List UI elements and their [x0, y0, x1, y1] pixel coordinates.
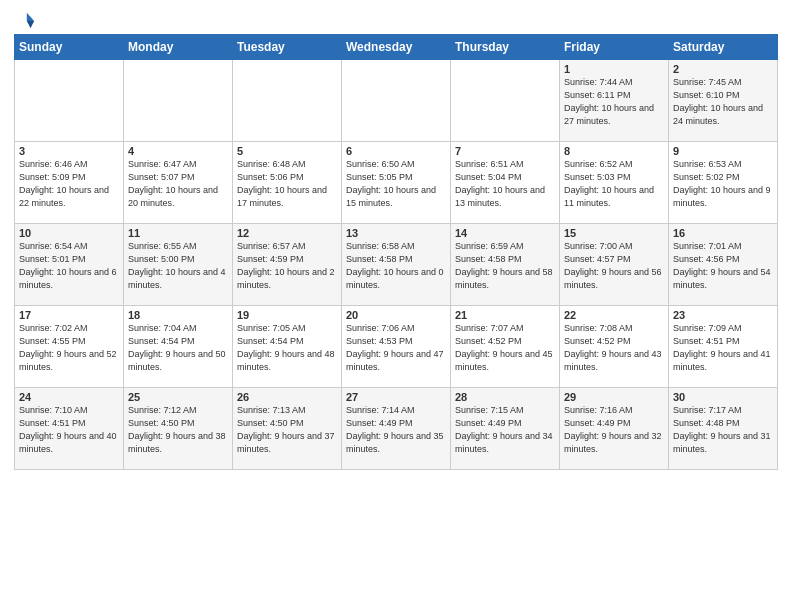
day-number: 16 — [673, 227, 773, 239]
week-row-1: 1Sunrise: 7:44 AM Sunset: 6:11 PM Daylig… — [15, 60, 778, 142]
day-number: 27 — [346, 391, 446, 403]
day-info: Sunrise: 7:08 AM Sunset: 4:52 PM Dayligh… — [564, 322, 664, 374]
day-info: Sunrise: 6:47 AM Sunset: 5:07 PM Dayligh… — [128, 158, 228, 210]
calendar-cell: 5Sunrise: 6:48 AM Sunset: 5:06 PM Daylig… — [233, 142, 342, 224]
calendar-cell — [342, 60, 451, 142]
week-row-5: 24Sunrise: 7:10 AM Sunset: 4:51 PM Dayli… — [15, 388, 778, 470]
day-info: Sunrise: 6:51 AM Sunset: 5:04 PM Dayligh… — [455, 158, 555, 210]
calendar-cell: 13Sunrise: 6:58 AM Sunset: 4:58 PM Dayli… — [342, 224, 451, 306]
calendar-cell: 12Sunrise: 6:57 AM Sunset: 4:59 PM Dayli… — [233, 224, 342, 306]
day-info: Sunrise: 7:44 AM Sunset: 6:11 PM Dayligh… — [564, 76, 664, 128]
calendar-cell: 11Sunrise: 6:55 AM Sunset: 5:00 PM Dayli… — [124, 224, 233, 306]
week-row-2: 3Sunrise: 6:46 AM Sunset: 5:09 PM Daylig… — [15, 142, 778, 224]
page-container: SundayMondayTuesdayWednesdayThursdayFrid… — [0, 0, 792, 478]
calendar-cell — [15, 60, 124, 142]
day-number: 26 — [237, 391, 337, 403]
day-number: 10 — [19, 227, 119, 239]
day-number: 6 — [346, 145, 446, 157]
day-number: 4 — [128, 145, 228, 157]
weekday-header-wednesday: Wednesday — [342, 35, 451, 60]
day-number: 20 — [346, 309, 446, 321]
day-info: Sunrise: 7:04 AM Sunset: 4:54 PM Dayligh… — [128, 322, 228, 374]
day-number: 19 — [237, 309, 337, 321]
day-number: 30 — [673, 391, 773, 403]
calendar-cell: 29Sunrise: 7:16 AM Sunset: 4:49 PM Dayli… — [560, 388, 669, 470]
calendar-cell: 15Sunrise: 7:00 AM Sunset: 4:57 PM Dayli… — [560, 224, 669, 306]
day-info: Sunrise: 7:02 AM Sunset: 4:55 PM Dayligh… — [19, 322, 119, 374]
day-info: Sunrise: 6:53 AM Sunset: 5:02 PM Dayligh… — [673, 158, 773, 210]
day-info: Sunrise: 7:00 AM Sunset: 4:57 PM Dayligh… — [564, 240, 664, 292]
day-number: 1 — [564, 63, 664, 75]
logo-icon — [14, 10, 36, 32]
day-number: 22 — [564, 309, 664, 321]
calendar-table: SundayMondayTuesdayWednesdayThursdayFrid… — [14, 34, 778, 470]
weekday-header-row: SundayMondayTuesdayWednesdayThursdayFrid… — [15, 35, 778, 60]
calendar-cell: 1Sunrise: 7:44 AM Sunset: 6:11 PM Daylig… — [560, 60, 669, 142]
calendar-cell: 23Sunrise: 7:09 AM Sunset: 4:51 PM Dayli… — [669, 306, 778, 388]
day-number: 23 — [673, 309, 773, 321]
day-info: Sunrise: 7:09 AM Sunset: 4:51 PM Dayligh… — [673, 322, 773, 374]
weekday-header-saturday: Saturday — [669, 35, 778, 60]
day-info: Sunrise: 7:07 AM Sunset: 4:52 PM Dayligh… — [455, 322, 555, 374]
day-number: 5 — [237, 145, 337, 157]
day-info: Sunrise: 6:58 AM Sunset: 4:58 PM Dayligh… — [346, 240, 446, 292]
weekday-header-tuesday: Tuesday — [233, 35, 342, 60]
calendar-cell: 14Sunrise: 6:59 AM Sunset: 4:58 PM Dayli… — [451, 224, 560, 306]
day-info: Sunrise: 7:10 AM Sunset: 4:51 PM Dayligh… — [19, 404, 119, 456]
day-number: 9 — [673, 145, 773, 157]
calendar-cell: 9Sunrise: 6:53 AM Sunset: 5:02 PM Daylig… — [669, 142, 778, 224]
calendar-cell — [233, 60, 342, 142]
calendar-cell — [124, 60, 233, 142]
logo — [14, 10, 38, 32]
day-number: 21 — [455, 309, 555, 321]
day-info: Sunrise: 6:48 AM Sunset: 5:06 PM Dayligh… — [237, 158, 337, 210]
weekday-header-sunday: Sunday — [15, 35, 124, 60]
day-number: 7 — [455, 145, 555, 157]
day-info: Sunrise: 6:57 AM Sunset: 4:59 PM Dayligh… — [237, 240, 337, 292]
calendar-cell: 26Sunrise: 7:13 AM Sunset: 4:50 PM Dayli… — [233, 388, 342, 470]
calendar-cell: 6Sunrise: 6:50 AM Sunset: 5:05 PM Daylig… — [342, 142, 451, 224]
day-info: Sunrise: 6:54 AM Sunset: 5:01 PM Dayligh… — [19, 240, 119, 292]
day-info: Sunrise: 6:55 AM Sunset: 5:00 PM Dayligh… — [128, 240, 228, 292]
calendar-cell: 8Sunrise: 6:52 AM Sunset: 5:03 PM Daylig… — [560, 142, 669, 224]
day-info: Sunrise: 7:15 AM Sunset: 4:49 PM Dayligh… — [455, 404, 555, 456]
day-number: 17 — [19, 309, 119, 321]
day-number: 8 — [564, 145, 664, 157]
day-info: Sunrise: 7:45 AM Sunset: 6:10 PM Dayligh… — [673, 76, 773, 128]
calendar-cell: 19Sunrise: 7:05 AM Sunset: 4:54 PM Dayli… — [233, 306, 342, 388]
day-number: 13 — [346, 227, 446, 239]
calendar-cell: 24Sunrise: 7:10 AM Sunset: 4:51 PM Dayli… — [15, 388, 124, 470]
day-info: Sunrise: 6:52 AM Sunset: 5:03 PM Dayligh… — [564, 158, 664, 210]
weekday-header-thursday: Thursday — [451, 35, 560, 60]
weekday-header-friday: Friday — [560, 35, 669, 60]
week-row-4: 17Sunrise: 7:02 AM Sunset: 4:55 PM Dayli… — [15, 306, 778, 388]
calendar-cell: 21Sunrise: 7:07 AM Sunset: 4:52 PM Dayli… — [451, 306, 560, 388]
svg-marker-0 — [27, 13, 34, 21]
calendar-cell: 3Sunrise: 6:46 AM Sunset: 5:09 PM Daylig… — [15, 142, 124, 224]
calendar-cell: 25Sunrise: 7:12 AM Sunset: 4:50 PM Dayli… — [124, 388, 233, 470]
calendar-cell: 17Sunrise: 7:02 AM Sunset: 4:55 PM Dayli… — [15, 306, 124, 388]
svg-marker-1 — [27, 21, 34, 28]
day-info: Sunrise: 7:13 AM Sunset: 4:50 PM Dayligh… — [237, 404, 337, 456]
calendar-cell — [451, 60, 560, 142]
calendar-cell: 7Sunrise: 6:51 AM Sunset: 5:04 PM Daylig… — [451, 142, 560, 224]
day-number: 2 — [673, 63, 773, 75]
calendar-cell: 18Sunrise: 7:04 AM Sunset: 4:54 PM Dayli… — [124, 306, 233, 388]
calendar-cell: 16Sunrise: 7:01 AM Sunset: 4:56 PM Dayli… — [669, 224, 778, 306]
week-row-3: 10Sunrise: 6:54 AM Sunset: 5:01 PM Dayli… — [15, 224, 778, 306]
day-number: 18 — [128, 309, 228, 321]
calendar-cell: 28Sunrise: 7:15 AM Sunset: 4:49 PM Dayli… — [451, 388, 560, 470]
day-info: Sunrise: 7:17 AM Sunset: 4:48 PM Dayligh… — [673, 404, 773, 456]
calendar-cell: 2Sunrise: 7:45 AM Sunset: 6:10 PM Daylig… — [669, 60, 778, 142]
day-info: Sunrise: 6:46 AM Sunset: 5:09 PM Dayligh… — [19, 158, 119, 210]
day-number: 3 — [19, 145, 119, 157]
calendar-cell: 4Sunrise: 6:47 AM Sunset: 5:07 PM Daylig… — [124, 142, 233, 224]
weekday-header-monday: Monday — [124, 35, 233, 60]
day-number: 14 — [455, 227, 555, 239]
calendar-cell: 20Sunrise: 7:06 AM Sunset: 4:53 PM Dayli… — [342, 306, 451, 388]
day-info: Sunrise: 7:01 AM Sunset: 4:56 PM Dayligh… — [673, 240, 773, 292]
header — [14, 10, 778, 32]
day-number: 25 — [128, 391, 228, 403]
day-number: 29 — [564, 391, 664, 403]
day-info: Sunrise: 6:50 AM Sunset: 5:05 PM Dayligh… — [346, 158, 446, 210]
